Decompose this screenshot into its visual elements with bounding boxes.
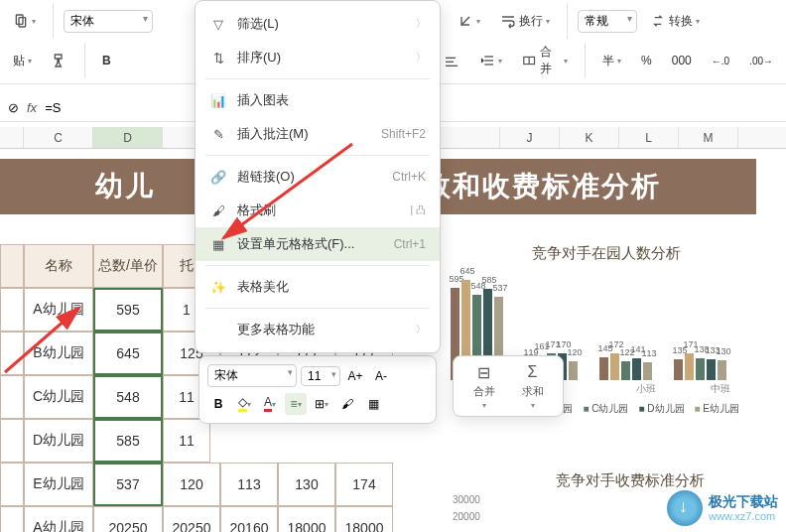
table-cell[interactable]: 20250 <box>93 506 163 532</box>
row-header[interactable] <box>0 332 24 375</box>
menu-format-painter[interactable]: 🖌格式刷| 凸 <box>196 194 440 227</box>
x-tick: 小班 <box>636 382 656 396</box>
paint-icon: 🖌 <box>209 201 227 219</box>
table-cell[interactable]: 645 <box>93 332 163 375</box>
table-cell[interactable]: C幼儿园 <box>24 375 93 419</box>
row-header[interactable] <box>0 244 24 288</box>
context-menu: ▽筛选(L)〉 ⇅排序(U)〉 📊插入图表 ✎插入批注(M)Shift+F2 🔗… <box>195 0 441 353</box>
table-cell[interactable]: 585 <box>93 419 163 463</box>
table-header: 总数/单价 <box>93 244 163 288</box>
mini-align-button[interactable]: ≡▾ <box>285 393 307 415</box>
sort-icon: ⇅ <box>209 49 227 66</box>
mini-font-color-button[interactable]: A▾ <box>259 393 281 415</box>
merge-icon: ⊟ <box>472 362 496 382</box>
sparkle-icon: ✨ <box>209 278 227 296</box>
menu-beautify[interactable]: ✨表格美化 <box>196 270 440 304</box>
font-larger-button[interactable]: A+ <box>344 365 366 387</box>
chart-2-title: 竞争对手收费标准分析 <box>556 471 705 490</box>
cancel-formula-icon[interactable]: ⊘ <box>8 100 19 115</box>
menu-insert-comment[interactable]: ✎插入批注(M)Shift+F2 <box>196 117 440 151</box>
table-cell[interactable]: 548 <box>93 375 163 419</box>
row-header[interactable] <box>0 419 24 463</box>
x-tick: 中班 <box>711 382 730 396</box>
sigma-icon: Σ <box>521 362 545 382</box>
table-cell[interactable]: 20250 <box>163 506 220 532</box>
table-cell[interactable]: 18000 <box>335 506 393 532</box>
col-m[interactable]: M <box>679 127 738 148</box>
decrease-decimal-button[interactable]: ←.0 <box>705 52 736 70</box>
col-k[interactable]: K <box>560 127 619 148</box>
format-painter-button[interactable] <box>45 49 74 72</box>
mini-bold-button[interactable]: B <box>207 393 229 415</box>
menu-sort[interactable]: ⇅排序(U)〉 <box>196 41 440 74</box>
table-cell[interactable]: 20160 <box>220 506 278 532</box>
mini-format-painter-button[interactable]: 🖌 <box>336 393 358 415</box>
col-j[interactable]: J <box>500 127 560 148</box>
watermark: 极光下载站 www.xz7.com <box>667 490 778 526</box>
indent-button[interactable]: ▾ <box>472 49 509 72</box>
link-icon: 🔗 <box>209 168 227 186</box>
percent-button[interactable]: % <box>634 50 659 71</box>
col-l[interactable]: L <box>619 127 679 148</box>
row-header[interactable] <box>0 463 24 506</box>
menu-cell-format[interactable]: ▦设置单元格格式(F)...Ctrl+1 <box>196 227 440 261</box>
mini-fill-color-button[interactable]: ◇▾ <box>233 393 255 415</box>
table-cell[interactable]: 174 <box>335 463 393 506</box>
wrap-text-button[interactable]: 换行▾ <box>493 9 557 34</box>
svg-rect-0 <box>16 15 23 24</box>
table-cell[interactable]: 120 <box>163 463 220 506</box>
col-i[interactable] <box>441 127 500 148</box>
row-header[interactable] <box>0 288 24 332</box>
font-family-select[interactable]: 宋体 <box>64 10 153 33</box>
table-cell[interactable]: B幼儿园 <box>24 332 93 375</box>
col-c[interactable]: C <box>24 127 93 148</box>
comment-icon: ✎ <box>209 125 227 143</box>
table-cell[interactable]: 11 <box>163 419 210 463</box>
watermark-logo-icon <box>667 490 703 526</box>
mini-toolbar: 宋体 11 A+ A- B ◇▾ A▾ ≡▾ ⊞▾ 🖌 ▦ <box>198 355 437 424</box>
table-cell[interactable]: A幼儿园 <box>24 506 93 532</box>
grid-icon: ▦ <box>209 235 227 253</box>
fx-label[interactable]: fx <box>27 100 37 115</box>
chart-icon: 📊 <box>209 91 227 109</box>
menu-more[interactable]: 更多表格功能〉 <box>196 313 440 346</box>
table-cell[interactable]: D幼儿园 <box>24 419 93 463</box>
valign-bot-button[interactable] <box>437 49 466 72</box>
table-header: 名称 <box>24 244 93 288</box>
copy-format-button[interactable]: ▾ <box>6 9 43 33</box>
paste-button[interactable]: 贴▾ <box>6 49 39 73</box>
table-cell[interactable]: 130 <box>278 463 335 506</box>
col-d[interactable]: D <box>93 127 163 148</box>
orientation-button[interactable]: ▾ <box>451 9 487 33</box>
increase-decimal-button[interactable]: .00→ <box>742 52 780 70</box>
font-smaller-button[interactable]: A- <box>370 365 392 387</box>
menu-hyperlink[interactable]: 🔗超链接(O)Ctrl+K <box>196 160 440 194</box>
table-cell[interactable]: 113 <box>220 463 278 506</box>
chart-title: 竞争对手在园人数分析 <box>447 244 766 263</box>
bold-button[interactable]: B <box>95 50 118 71</box>
currency-button[interactable]: 半▾ <box>595 49 628 73</box>
row-header[interactable] <box>0 375 24 419</box>
mini-border-button[interactable]: ⊞▾ <box>311 393 332 415</box>
mini-font-select[interactable]: 宋体 <box>207 364 297 387</box>
convert-button[interactable]: 转换▾ <box>643 9 707 34</box>
table-cell[interactable]: A幼儿园 <box>24 288 93 332</box>
col-corner[interactable] <box>0 127 24 148</box>
menu-insert-chart[interactable]: 📊插入图表 <box>196 83 440 117</box>
sum-button[interactable]: Σ 求和▾ <box>508 362 557 410</box>
mini-size-select[interactable]: 11 <box>301 366 340 386</box>
chart-2-yaxis: 30000 20000 <box>453 494 480 522</box>
menu-filter[interactable]: ▽筛选(L)〉 <box>196 7 440 41</box>
filter-icon: ▽ <box>209 15 227 33</box>
merge-cells-button[interactable]: 合并▾ <box>515 40 575 81</box>
merge-sum-toolbar: ⊟ 合并▾ Σ 求和▾ <box>453 355 564 417</box>
row-header[interactable] <box>0 506 24 532</box>
mini-merge-button[interactable]: ▦ <box>362 393 384 415</box>
table-cell[interactable]: E幼儿园 <box>24 463 93 506</box>
merge-button[interactable]: ⊟ 合并▾ <box>459 362 508 410</box>
table-cell[interactable]: 595 <box>93 288 163 332</box>
thousands-button[interactable]: 000 <box>665 50 699 71</box>
number-format-select[interactable]: 常规 <box>578 10 637 33</box>
table-cell[interactable]: 537 <box>93 463 163 506</box>
table-cell[interactable]: 18000 <box>278 506 335 532</box>
